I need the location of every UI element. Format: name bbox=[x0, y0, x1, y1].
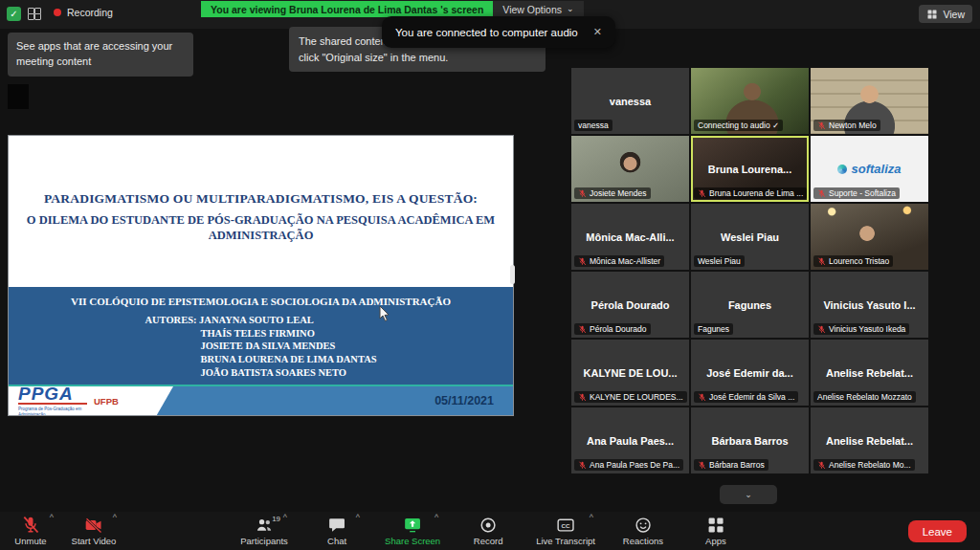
record-label: Record bbox=[474, 536, 503, 546]
participant-tile-bruna-lourena[interactable]: Bruna Lourena...Bruna Lourena de Lima ..… bbox=[691, 136, 809, 202]
live-transcript-button[interactable]: CCLive Transcript^ bbox=[536, 512, 595, 550]
participant-tile-newton-melo[interactable]: Newton Melo bbox=[811, 68, 928, 134]
participant-label-text: Fagunes bbox=[698, 324, 729, 334]
corner-box bbox=[8, 84, 29, 109]
mic-muted-icon bbox=[578, 189, 587, 198]
chevron-up-icon[interactable]: ^ bbox=[113, 514, 117, 522]
share-screen-label: Share Screen bbox=[385, 536, 440, 546]
mic-muted-icon bbox=[578, 257, 587, 266]
participant-label-text: vanessa bbox=[578, 121, 609, 130]
participant-tile-vanessa[interactable]: vanessavanessa bbox=[571, 68, 689, 134]
mic-muted-icon bbox=[817, 189, 826, 198]
participant-label: Newton Melo bbox=[813, 120, 880, 131]
participants-grid: vanessavanessaConnecting to audio ✓Newto… bbox=[571, 68, 928, 473]
chevron-up-icon[interactable]: ^ bbox=[283, 514, 287, 522]
apps-button[interactable]: Apps bbox=[691, 512, 741, 550]
participant-label: José Edemir da Silva ... bbox=[694, 391, 798, 403]
mic-off-icon bbox=[20, 516, 41, 535]
chevron-up-icon[interactable]: ^ bbox=[434, 514, 438, 522]
record-button[interactable]: Record bbox=[463, 512, 513, 550]
participant-label: vanessa bbox=[574, 120, 612, 131]
ppga-logo-subtext: Programa de Pós-Graduação em Administraç… bbox=[18, 407, 87, 416]
recording-indicator[interactable]: Recording bbox=[54, 7, 113, 18]
encryption-shield-icon[interactable]: ✓ bbox=[7, 7, 21, 21]
participant-tile-monica-mac-allister[interactable]: Mônica Mac-Alli...Mônica Mac-Allister bbox=[571, 204, 689, 270]
record-icon bbox=[479, 516, 498, 535]
share-screen-button[interactable]: Share Screen^ bbox=[385, 512, 440, 550]
participant-label-text: Mônica Mac-Allister bbox=[590, 256, 660, 266]
reactions-label: Reactions bbox=[623, 536, 663, 546]
participant-tile-barbara-barros[interactable]: Bárbara BarrosBárbara Barros bbox=[691, 407, 809, 473]
view-button[interactable]: View bbox=[919, 5, 972, 23]
chat-button[interactable]: Chat^ bbox=[312, 512, 362, 550]
chevron-down-icon: ⌄ bbox=[745, 491, 752, 499]
view-options-button[interactable]: View Options ⌄ bbox=[493, 1, 583, 17]
participant-label-text: Bruna Lourena de Lima ... bbox=[709, 188, 803, 198]
unmute-button[interactable]: Unmute^ bbox=[6, 512, 56, 550]
participant-label: Fagunes bbox=[694, 323, 733, 335]
apps-label: Apps bbox=[705, 536, 726, 546]
participant-tile-anelise-rebelato-2[interactable]: Anelise Rebelat...Anelise Rebelato Mo... bbox=[811, 407, 928, 473]
mic-muted-icon bbox=[817, 121, 826, 130]
participant-label: Vinicius Yasuto Ikeda bbox=[813, 323, 909, 335]
participant-tile-connecting[interactable]: Connecting to audio ✓ bbox=[691, 68, 809, 134]
slide-date: 05/11/2021 bbox=[434, 394, 494, 407]
chevron-up-icon[interactable]: ^ bbox=[356, 514, 360, 522]
chevron-up-icon[interactable]: ^ bbox=[50, 514, 54, 522]
mic-muted-icon bbox=[817, 257, 826, 266]
participant-label-text: Weslei Piau bbox=[698, 256, 741, 266]
unmute-label: Unmute bbox=[14, 536, 46, 546]
participant-label: Connecting to audio ✓ bbox=[694, 120, 783, 131]
participant-tile-jose-edemir[interactable]: José Edemir da...José Edemir da Silva ..… bbox=[691, 340, 809, 406]
participant-tile-perola-dourado[interactable]: Pérola DouradoPérola Dourado bbox=[571, 272, 689, 338]
participant-label: Pérola Dourado bbox=[574, 323, 651, 335]
collapse-gallery-button[interactable]: ⌄ bbox=[720, 485, 777, 504]
slide-footer-strip: PPGA Programa de Pós-Graduação em Admini… bbox=[9, 385, 513, 415]
participant-label: Josiete Mendes bbox=[574, 187, 651, 199]
chevron-up-icon[interactable]: ^ bbox=[590, 514, 593, 522]
zoom-meeting-window: PARADIGMATISMO OU MULTIPARADIGMATISMO, E… bbox=[0, 0, 980, 550]
participant-label: Lourenco Tristao bbox=[813, 255, 893, 267]
close-icon[interactable]: ✕ bbox=[593, 26, 602, 38]
smiley-icon bbox=[634, 516, 653, 535]
leave-button[interactable]: Leave bbox=[908, 520, 967, 542]
mouse-cursor bbox=[379, 305, 390, 326]
participant-tile-suporte-softaliza[interactable]: softalizaSuporte - Softaliza bbox=[811, 136, 928, 202]
start-video-label: Start Video bbox=[72, 536, 117, 546]
participant-label: Weslei Piau bbox=[694, 255, 745, 267]
participant-tile-kalyne-de-lourdes[interactable]: KALYNE DE LOU...KALYNE DE LOURDES... bbox=[571, 340, 689, 406]
participant-tile-weslei-piau[interactable]: Weslei PiauWeslei Piau bbox=[691, 204, 809, 270]
apps-grid-icon bbox=[706, 516, 725, 535]
viewing-banner-wrap: You are viewing Bruna Lourena de Lima Da… bbox=[201, 1, 584, 17]
participant-label-text: Lourenco Tristao bbox=[829, 256, 889, 266]
slide-title-line1: PARADIGMATISMO OU MULTIPARADIGMATISMO, E… bbox=[20, 191, 501, 207]
ppga-logo-text: PPGA bbox=[18, 385, 87, 405]
live-transcript-label: Live Transcript bbox=[536, 536, 595, 546]
start-video-button[interactable]: Start Video^ bbox=[69, 512, 119, 550]
participant-tile-josiete-mendes[interactable]: Josiete Mendes bbox=[571, 136, 689, 202]
participant-tile-vinicius-yasuto[interactable]: Vinicius Yasuto I...Vinicius Yasuto Iked… bbox=[811, 272, 928, 338]
grid-icon bbox=[926, 9, 938, 20]
ufpb-logo-text: UFPB bbox=[94, 396, 119, 407]
recording-label: Recording bbox=[67, 7, 113, 18]
reactions-button[interactable]: Reactions bbox=[618, 512, 668, 550]
gallery-view-icon[interactable] bbox=[28, 8, 41, 20]
slide-authors: AUTORES: JANAYNA SOUTO LEAL THAÍS TELES … bbox=[145, 314, 376, 379]
audio-toast-text: You are connected to computer audio bbox=[395, 27, 578, 38]
participant-tile-fagunes[interactable]: FagunesFagunes bbox=[691, 272, 809, 338]
view-button-label: View bbox=[943, 9, 965, 20]
audio-connected-toast: You are connected to computer audio ✕ bbox=[382, 16, 615, 48]
participant-label-text: Bárbara Barros bbox=[709, 460, 765, 470]
record-dot-icon bbox=[54, 9, 61, 16]
share-resize-handle[interactable] bbox=[510, 265, 515, 284]
participant-label-text: Pérola Dourado bbox=[590, 324, 647, 334]
participant-label-text: Suporte - Softaliza bbox=[829, 188, 896, 198]
participant-tile-lourenco-tristao[interactable]: Lourenco Tristao bbox=[811, 204, 928, 270]
mic-muted-icon bbox=[578, 393, 587, 402]
slide-title: PARADIGMATISMO OU MULTIPARADIGMATISMO, E… bbox=[20, 191, 501, 243]
participants-button[interactable]: Participants19^ bbox=[239, 512, 289, 550]
participant-tile-ana-paula-paes[interactable]: Ana Paula Paes...Ana Paula Paes De Pa... bbox=[571, 407, 689, 473]
mic-muted-icon bbox=[698, 189, 706, 198]
slide-author-line: BRUNA LOURENA DE LIMA DANTAS bbox=[145, 353, 376, 366]
participant-tile-anelise-rebelato-1[interactable]: Anelise Rebelat...Anelise Rebelato Mozza… bbox=[811, 340, 928, 406]
